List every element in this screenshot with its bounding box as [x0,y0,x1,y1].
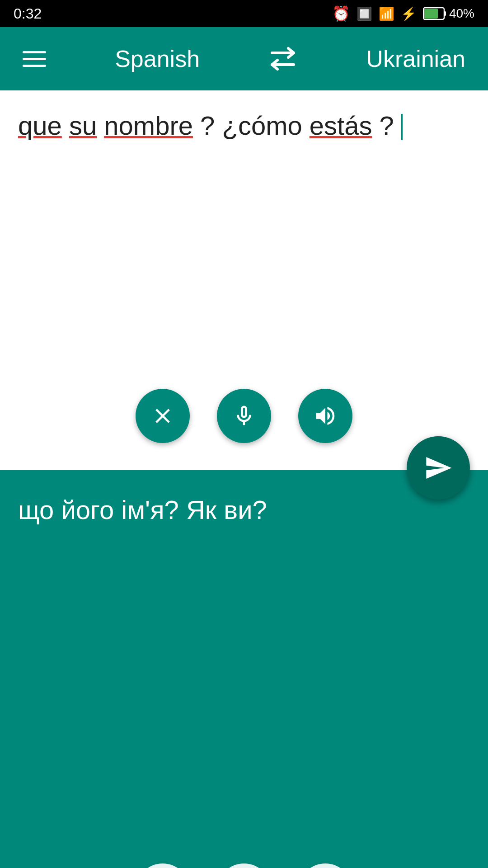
microphone-button[interactable] [217,389,271,443]
status-icons: ⏰ 🔲 📶 ⚡ 40% [332,5,474,22]
status-bar: 0:32 ⏰ 🔲 📶 ⚡ 40% [0,0,488,27]
translation-actions-bar [18,854,470,868]
speak-source-button[interactable] [298,389,352,443]
clear-button[interactable] [136,389,190,443]
battery-text: 40% [449,6,474,21]
send-icon [424,453,453,482]
share-button[interactable] [217,863,271,868]
source-language-selector[interactable]: Spanish [115,45,200,72]
microphone-icon [232,404,256,428]
source-text-area[interactable]: que su nombre ? ¿cómo estás ? [18,108,470,380]
svg-rect-2 [424,9,438,19]
menu-line-3 [23,65,46,67]
word-estas: estás [310,111,372,140]
swap-languages-button[interactable] [268,47,297,71]
battery-indicator: 40% [423,6,474,21]
battery-icon [423,7,446,20]
sim-icon: 🔲 [357,6,372,21]
clear-icon [150,404,175,428]
word-nombre: nombre [104,111,193,140]
menu-line-2 [23,58,46,60]
source-panel: que su nombre ? ¿cómo estás ? [0,90,488,470]
signal-icon: 📶 [379,6,394,21]
word-su: su [69,111,97,140]
punctuation-1: ? ¿cómo [200,111,310,140]
status-time: 0:32 [14,5,42,22]
translation-panel: що його ім'я? Як ви? [0,470,488,868]
menu-line-1 [23,51,46,53]
text-cursor [401,114,403,140]
speaker-icon [313,404,338,428]
menu-button[interactable] [23,51,46,67]
swap-icon [268,47,297,71]
word-que: que [18,111,62,140]
toolbar: Spanish Ukrainian [0,27,488,90]
svg-rect-1 [444,11,446,16]
source-actions-bar [18,380,470,457]
target-language-selector[interactable]: Ukrainian [366,45,465,72]
favorite-button[interactable] [298,863,352,868]
translation-text-area: що його ім'я? Як ви? [18,493,470,854]
punctuation-2: ? [380,111,394,140]
copy-button[interactable] [136,863,190,868]
charging-icon: ⚡ [401,6,417,21]
translate-button[interactable] [407,436,470,500]
alarm-icon: ⏰ [332,5,350,22]
